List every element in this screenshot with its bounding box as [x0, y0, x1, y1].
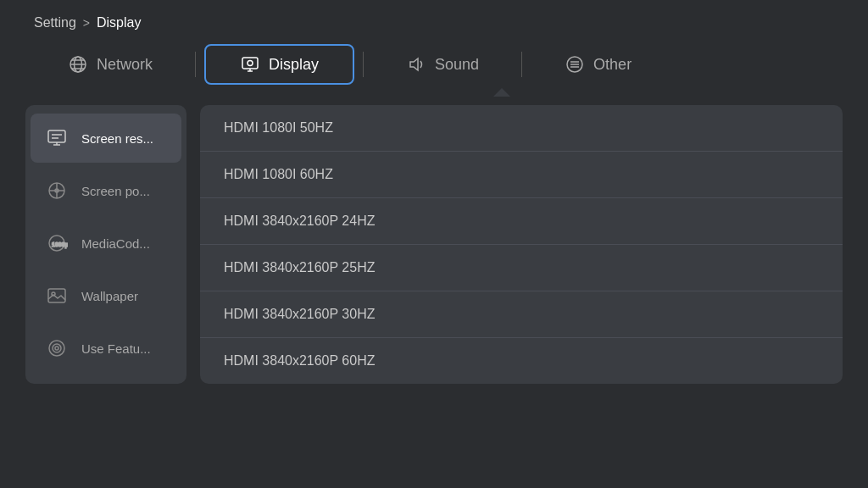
resolution-item-2[interactable]: HDMI 3840x2160P 24HZ: [200, 198, 843, 245]
breadcrumb-current: Display: [97, 15, 141, 30]
svg-rect-14: [48, 130, 65, 142]
svg-marker-9: [410, 58, 418, 70]
breadcrumb-setting: Setting: [34, 15, 76, 30]
sidebar: Screen res... Screen po... 1080p Medi: [25, 105, 186, 384]
svg-rect-25: [48, 289, 65, 302]
resolution-item-3[interactable]: HDMI 3840x2160P 25HZ: [200, 245, 843, 291]
sound-icon: [406, 54, 426, 75]
resolution-item-1[interactable]: HDMI 1080I 60HZ: [200, 152, 843, 198]
tab-other-label: Other: [593, 56, 632, 74]
svg-point-29: [55, 347, 58, 350]
tab-divider-1: [195, 52, 196, 77]
mediacodec-icon: 1080p: [44, 230, 70, 256]
tab-pointer: [34, 88, 834, 97]
breadcrumb-arrow: >: [83, 16, 90, 30]
screen-po-icon: [44, 178, 70, 203]
tab-divider-3: [521, 52, 522, 77]
breadcrumb: Setting > Display: [34, 15, 834, 30]
sidebar-item-use-featu[interactable]: Use Featu...: [31, 324, 181, 373]
sidebar-item-wallpaper[interactable]: Wallpaper: [31, 271, 181, 320]
wallpaper-icon: [44, 283, 70, 308]
resolution-item-5[interactable]: HDMI 3840x2160P 60HZ: [200, 338, 843, 384]
other-icon: [565, 54, 585, 75]
resolution-list: HDMI 1080I 50HZ HDMI 1080I 60HZ HDMI 384…: [200, 105, 843, 384]
svg-rect-5: [242, 58, 258, 69]
display-icon: [240, 54, 260, 75]
header: Setting > Display Network: [0, 0, 868, 97]
sidebar-item-screen-res[interactable]: Screen res...: [31, 114, 181, 163]
use-featu-icon: [44, 336, 70, 361]
tab-display[interactable]: Display: [204, 44, 354, 85]
resolution-item-4[interactable]: HDMI 3840x2160P 30HZ: [200, 291, 843, 338]
sidebar-label-use-featu: Use Featu...: [81, 341, 151, 356]
main-content: Screen res... Screen po... 1080p Medi: [0, 97, 868, 401]
sidebar-label-wallpaper: Wallpaper: [81, 289, 138, 303]
tab-display-label: Display: [269, 56, 319, 74]
svg-point-27: [49, 341, 64, 356]
tab-sound[interactable]: Sound: [372, 46, 513, 83]
sidebar-label-screen-po: Screen po...: [81, 184, 150, 198]
tab-other[interactable]: Other: [531, 46, 665, 83]
sidebar-label-screen-res: Screen res...: [81, 131, 153, 146]
sidebar-label-mediacodec: MediaCod...: [81, 236, 150, 251]
svg-point-28: [53, 344, 61, 352]
resolution-panel: HDMI 1080I 50HZ HDMI 1080I 60HZ HDMI 384…: [200, 105, 843, 384]
sidebar-item-screen-po[interactable]: Screen po...: [31, 166, 181, 215]
svg-point-8: [248, 61, 253, 66]
svg-text:1080p: 1080p: [52, 241, 68, 248]
tab-network-label: Network: [97, 56, 153, 74]
sidebar-item-mediacodec[interactable]: 1080p MediaCod...: [31, 219, 181, 268]
globe-icon: [68, 54, 88, 75]
resolution-item-0[interactable]: HDMI 1080I 50HZ: [200, 105, 843, 152]
tab-bar: Network Display: [34, 44, 834, 85]
screen-res-icon: [44, 125, 70, 151]
tab-divider-2: [363, 52, 364, 77]
tab-sound-label: Sound: [435, 56, 479, 74]
tab-network[interactable]: Network: [34, 46, 186, 83]
